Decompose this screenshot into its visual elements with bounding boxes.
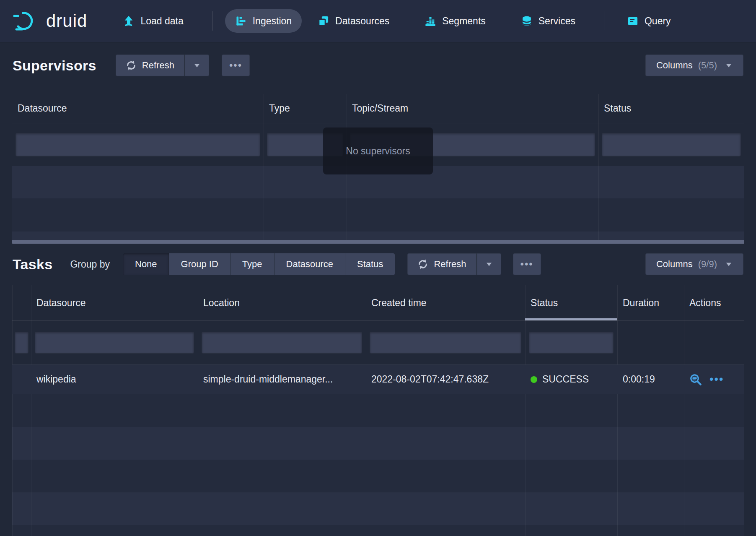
navbar: druid Load data Ingestion	[0, 0, 756, 42]
column-header-status[interactable]: Status	[598, 94, 744, 123]
nav-item-label: Ingestion	[253, 16, 292, 27]
tasks-table-header: Datasource Location Created time Status …	[12, 285, 744, 321]
cell-status[interactable]: SUCCESS	[525, 365, 617, 394]
tasks-filter-spacer[interactable]	[15, 332, 28, 354]
tasks-filter-created-time[interactable]	[370, 332, 521, 354]
supervisors-table-header: Datasource Type Topic/Stream Status	[12, 94, 744, 123]
nav-item-label: Segments	[442, 16, 486, 27]
cell-datasource[interactable]: wikipedia	[31, 365, 198, 394]
sort-indicator	[525, 318, 617, 320]
column-header-datasource[interactable]: Datasource	[31, 285, 198, 320]
table-row[interactable]: wikipedia simple-druid-middlemanager... …	[12, 364, 744, 394]
empty-row	[12, 492, 744, 525]
success-dot-icon	[531, 376, 537, 383]
stacked-bars-icon	[425, 15, 436, 27]
tasks-title: Tasks	[13, 256, 52, 273]
task-actions-menu-icon[interactable]: •••	[709, 374, 724, 385]
supervisors-more-button[interactable]: •••	[222, 55, 250, 76]
supervisors-refresh-button[interactable]: Refresh	[116, 55, 184, 76]
refresh-label: Refresh	[434, 259, 466, 270]
tasks-table: Datasource Location Created time Status …	[12, 285, 744, 536]
nav-load-data[interactable]: Load data	[113, 9, 193, 33]
more-icon: •••	[520, 258, 533, 270]
column-header-type[interactable]: Type	[264, 94, 347, 123]
nav-item-label: Query	[645, 16, 671, 27]
cell-duration[interactable]: 0:00:19	[617, 365, 684, 394]
ingestion-chart-icon	[235, 15, 247, 27]
column-header-location[interactable]: Location	[198, 285, 366, 320]
column-header-duration[interactable]: Duration	[617, 285, 684, 320]
tasks-refresh-button[interactable]: Refresh	[407, 253, 476, 275]
columns-label: Columns	[656, 259, 693, 270]
cell-actions: •••	[684, 365, 744, 394]
refresh-icon	[417, 259, 428, 270]
chevron-down-icon	[193, 62, 201, 68]
supervisors-table: Datasource Type Topic/Stream Status No s…	[12, 94, 744, 240]
task-detail-magnifier-icon[interactable]	[689, 373, 702, 386]
nav-services[interactable]: Services	[511, 9, 585, 33]
columns-count: (5/5)	[698, 60, 717, 71]
nav-divider	[100, 11, 100, 31]
tasks-refresh-dropdown[interactable]	[476, 253, 501, 275]
group-by-status-button[interactable]: Status	[345, 253, 395, 275]
nav-divider	[212, 11, 212, 31]
druid-logo[interactable]: druid	[13, 10, 87, 32]
tasks-more-button[interactable]: •••	[513, 253, 541, 275]
nav-datasources[interactable]: Datasources	[308, 9, 399, 33]
refresh-label: Refresh	[142, 60, 174, 71]
supervisors-filter-status[interactable]	[602, 133, 741, 156]
empty-row	[12, 198, 744, 232]
columns-label: Columns	[656, 60, 693, 71]
chevron-down-icon	[725, 62, 733, 68]
druid-logo-icon	[13, 10, 39, 32]
columns-count: (9/9)	[698, 259, 717, 270]
empty-row	[12, 427, 744, 460]
supervisors-title: Supervisors	[13, 57, 96, 74]
nav-item-label: Services	[539, 16, 575, 27]
nav-query[interactable]: Query	[617, 9, 681, 33]
more-icon: •••	[229, 60, 242, 71]
layers-icon	[318, 15, 329, 27]
group-by-segmented-control: None Group ID Type Datasource Status	[123, 253, 395, 275]
column-header-spacer[interactable]	[12, 285, 31, 320]
cell-location[interactable]: simple-druid-middlemanager...	[198, 365, 366, 394]
nav-segments[interactable]: Segments	[414, 9, 496, 33]
supervisors-columns-button[interactable]: Columns (5/5)	[645, 55, 743, 76]
tasks-columns-button[interactable]: Columns (9/9)	[645, 253, 743, 275]
upload-arrow-icon	[123, 15, 135, 27]
tasks-filter-row	[12, 321, 744, 364]
group-by-type-button[interactable]: Type	[230, 253, 274, 275]
refresh-icon	[126, 60, 137, 71]
column-header-topic-stream[interactable]: Topic/Stream	[347, 94, 598, 123]
brand-text: druid	[46, 11, 87, 31]
supervisors-toolbar: Supervisors Refresh ••• Columns (5/5)	[13, 54, 743, 77]
no-supervisors-message: No supervisors	[323, 127, 433, 174]
nav-ingestion[interactable]: Ingestion	[225, 9, 302, 33]
column-header-datasource[interactable]: Datasource	[12, 94, 264, 123]
nav-divider	[604, 11, 604, 31]
database-icon	[521, 15, 533, 27]
tasks-filter-status[interactable]	[529, 332, 614, 354]
group-by-group-id-button[interactable]: Group ID	[169, 253, 230, 275]
supervisors-refresh-dropdown[interactable]	[184, 55, 209, 76]
chevron-down-icon	[485, 261, 493, 267]
cell-spacer	[12, 365, 31, 394]
nav-item-label: Load data	[140, 16, 183, 27]
cell-created-time[interactable]: 2022-08-02T07:42:47.638Z	[366, 365, 525, 394]
tasks-filter-location[interactable]	[202, 332, 362, 354]
empty-row	[12, 460, 744, 492]
chevron-down-icon	[725, 261, 733, 267]
horizontal-scrollbar[interactable]	[12, 240, 744, 244]
group-by-label: Group by	[70, 259, 110, 270]
supervisors-filter-datasource[interactable]	[16, 133, 260, 156]
group-by-datasource-button[interactable]: Datasource	[274, 253, 345, 275]
column-header-actions[interactable]: Actions	[684, 285, 744, 320]
tasks-filter-datasource[interactable]	[35, 332, 194, 354]
group-by-none-button[interactable]: None	[123, 253, 169, 275]
nav-item-label: Datasources	[335, 16, 389, 27]
console-icon	[627, 15, 639, 27]
column-header-created-time[interactable]: Created time	[366, 285, 525, 320]
empty-row	[12, 232, 744, 240]
empty-row	[12, 525, 744, 536]
column-header-status[interactable]: Status	[525, 285, 617, 320]
